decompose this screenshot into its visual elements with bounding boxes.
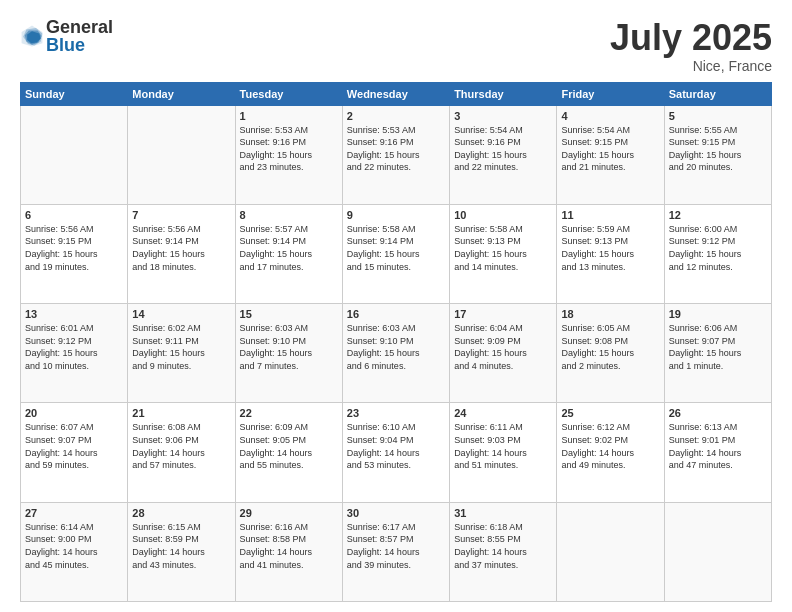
day-info: Sunrise: 6:12 AM Sunset: 9:02 PM Dayligh… [561, 421, 659, 471]
table-row: 30Sunrise: 6:17 AM Sunset: 8:57 PM Dayli… [342, 502, 449, 601]
day-info: Sunrise: 5:59 AM Sunset: 9:13 PM Dayligh… [561, 223, 659, 273]
calendar-week-row: 20Sunrise: 6:07 AM Sunset: 9:07 PM Dayli… [21, 403, 772, 502]
day-number: 28 [132, 507, 230, 519]
day-info: Sunrise: 6:08 AM Sunset: 9:06 PM Dayligh… [132, 421, 230, 471]
table-row [664, 502, 771, 601]
table-row: 14Sunrise: 6:02 AM Sunset: 9:11 PM Dayli… [128, 304, 235, 403]
table-row: 27Sunrise: 6:14 AM Sunset: 9:00 PM Dayli… [21, 502, 128, 601]
day-info: Sunrise: 6:18 AM Sunset: 8:55 PM Dayligh… [454, 521, 552, 571]
day-number: 2 [347, 110, 445, 122]
day-number: 15 [240, 308, 338, 320]
day-number: 26 [669, 407, 767, 419]
day-info: Sunrise: 5:54 AM Sunset: 9:16 PM Dayligh… [454, 124, 552, 174]
location: Nice, France [610, 58, 772, 74]
table-row: 7Sunrise: 5:56 AM Sunset: 9:14 PM Daylig… [128, 204, 235, 303]
logo-general-text: General [46, 18, 113, 36]
day-info: Sunrise: 6:06 AM Sunset: 9:07 PM Dayligh… [669, 322, 767, 372]
calendar-week-row: 13Sunrise: 6:01 AM Sunset: 9:12 PM Dayli… [21, 304, 772, 403]
title-block: July 2025 Nice, France [610, 18, 772, 74]
day-number: 1 [240, 110, 338, 122]
day-info: Sunrise: 5:57 AM Sunset: 9:14 PM Dayligh… [240, 223, 338, 273]
day-number: 6 [25, 209, 123, 221]
logo-blue-text: Blue [46, 36, 113, 54]
header-sunday: Sunday [21, 82, 128, 105]
day-number: 8 [240, 209, 338, 221]
day-number: 3 [454, 110, 552, 122]
calendar-table: Sunday Monday Tuesday Wednesday Thursday… [20, 82, 772, 602]
table-row: 15Sunrise: 6:03 AM Sunset: 9:10 PM Dayli… [235, 304, 342, 403]
day-number: 29 [240, 507, 338, 519]
table-row: 29Sunrise: 6:16 AM Sunset: 8:58 PM Dayli… [235, 502, 342, 601]
header-wednesday: Wednesday [342, 82, 449, 105]
logo-icon [20, 24, 44, 48]
table-row: 26Sunrise: 6:13 AM Sunset: 9:01 PM Dayli… [664, 403, 771, 502]
calendar-week-row: 27Sunrise: 6:14 AM Sunset: 9:00 PM Dayli… [21, 502, 772, 601]
table-row: 31Sunrise: 6:18 AM Sunset: 8:55 PM Dayli… [450, 502, 557, 601]
day-info: Sunrise: 6:03 AM Sunset: 9:10 PM Dayligh… [240, 322, 338, 372]
table-row: 13Sunrise: 6:01 AM Sunset: 9:12 PM Dayli… [21, 304, 128, 403]
logo: General Blue [20, 18, 113, 54]
day-info: Sunrise: 6:07 AM Sunset: 9:07 PM Dayligh… [25, 421, 123, 471]
day-number: 31 [454, 507, 552, 519]
day-number: 4 [561, 110, 659, 122]
header-monday: Monday [128, 82, 235, 105]
day-info: Sunrise: 6:09 AM Sunset: 9:05 PM Dayligh… [240, 421, 338, 471]
day-info: Sunrise: 5:56 AM Sunset: 9:15 PM Dayligh… [25, 223, 123, 273]
table-row: 20Sunrise: 6:07 AM Sunset: 9:07 PM Dayli… [21, 403, 128, 502]
day-info: Sunrise: 6:01 AM Sunset: 9:12 PM Dayligh… [25, 322, 123, 372]
table-row: 24Sunrise: 6:11 AM Sunset: 9:03 PM Dayli… [450, 403, 557, 502]
day-info: Sunrise: 5:58 AM Sunset: 9:13 PM Dayligh… [454, 223, 552, 273]
day-number: 18 [561, 308, 659, 320]
table-row: 4Sunrise: 5:54 AM Sunset: 9:15 PM Daylig… [557, 105, 664, 204]
table-row: 1Sunrise: 5:53 AM Sunset: 9:16 PM Daylig… [235, 105, 342, 204]
day-info: Sunrise: 6:16 AM Sunset: 8:58 PM Dayligh… [240, 521, 338, 571]
day-number: 5 [669, 110, 767, 122]
table-row: 9Sunrise: 5:58 AM Sunset: 9:14 PM Daylig… [342, 204, 449, 303]
header-friday: Friday [557, 82, 664, 105]
page-header: General Blue July 2025 Nice, France [20, 18, 772, 74]
day-number: 24 [454, 407, 552, 419]
day-number: 22 [240, 407, 338, 419]
day-number: 20 [25, 407, 123, 419]
day-number: 25 [561, 407, 659, 419]
day-info: Sunrise: 6:13 AM Sunset: 9:01 PM Dayligh… [669, 421, 767, 471]
day-info: Sunrise: 6:03 AM Sunset: 9:10 PM Dayligh… [347, 322, 445, 372]
day-info: Sunrise: 6:11 AM Sunset: 9:03 PM Dayligh… [454, 421, 552, 471]
table-row: 16Sunrise: 6:03 AM Sunset: 9:10 PM Dayli… [342, 304, 449, 403]
table-row: 25Sunrise: 6:12 AM Sunset: 9:02 PM Dayli… [557, 403, 664, 502]
day-info: Sunrise: 6:05 AM Sunset: 9:08 PM Dayligh… [561, 322, 659, 372]
table-row: 3Sunrise: 5:54 AM Sunset: 9:16 PM Daylig… [450, 105, 557, 204]
day-number: 12 [669, 209, 767, 221]
day-info: Sunrise: 5:55 AM Sunset: 9:15 PM Dayligh… [669, 124, 767, 174]
table-row: 21Sunrise: 6:08 AM Sunset: 9:06 PM Dayli… [128, 403, 235, 502]
table-row: 19Sunrise: 6:06 AM Sunset: 9:07 PM Dayli… [664, 304, 771, 403]
table-row: 12Sunrise: 6:00 AM Sunset: 9:12 PM Dayli… [664, 204, 771, 303]
day-info: Sunrise: 6:17 AM Sunset: 8:57 PM Dayligh… [347, 521, 445, 571]
table-row: 10Sunrise: 5:58 AM Sunset: 9:13 PM Dayli… [450, 204, 557, 303]
day-number: 11 [561, 209, 659, 221]
table-row: 2Sunrise: 5:53 AM Sunset: 9:16 PM Daylig… [342, 105, 449, 204]
day-info: Sunrise: 5:56 AM Sunset: 9:14 PM Dayligh… [132, 223, 230, 273]
day-number: 27 [25, 507, 123, 519]
table-row: 28Sunrise: 6:15 AM Sunset: 8:59 PM Dayli… [128, 502, 235, 601]
day-number: 13 [25, 308, 123, 320]
day-number: 9 [347, 209, 445, 221]
table-row: 18Sunrise: 6:05 AM Sunset: 9:08 PM Dayli… [557, 304, 664, 403]
table-row [21, 105, 128, 204]
table-row: 23Sunrise: 6:10 AM Sunset: 9:04 PM Dayli… [342, 403, 449, 502]
table-row: 22Sunrise: 6:09 AM Sunset: 9:05 PM Dayli… [235, 403, 342, 502]
table-row [128, 105, 235, 204]
calendar-week-row: 1Sunrise: 5:53 AM Sunset: 9:16 PM Daylig… [21, 105, 772, 204]
header-tuesday: Tuesday [235, 82, 342, 105]
day-info: Sunrise: 6:10 AM Sunset: 9:04 PM Dayligh… [347, 421, 445, 471]
header-thursday: Thursday [450, 82, 557, 105]
table-row: 11Sunrise: 5:59 AM Sunset: 9:13 PM Dayli… [557, 204, 664, 303]
table-row: 5Sunrise: 5:55 AM Sunset: 9:15 PM Daylig… [664, 105, 771, 204]
day-number: 19 [669, 308, 767, 320]
day-number: 14 [132, 308, 230, 320]
table-row: 8Sunrise: 5:57 AM Sunset: 9:14 PM Daylig… [235, 204, 342, 303]
table-row: 6Sunrise: 5:56 AM Sunset: 9:15 PM Daylig… [21, 204, 128, 303]
day-number: 30 [347, 507, 445, 519]
day-info: Sunrise: 6:00 AM Sunset: 9:12 PM Dayligh… [669, 223, 767, 273]
table-row [557, 502, 664, 601]
